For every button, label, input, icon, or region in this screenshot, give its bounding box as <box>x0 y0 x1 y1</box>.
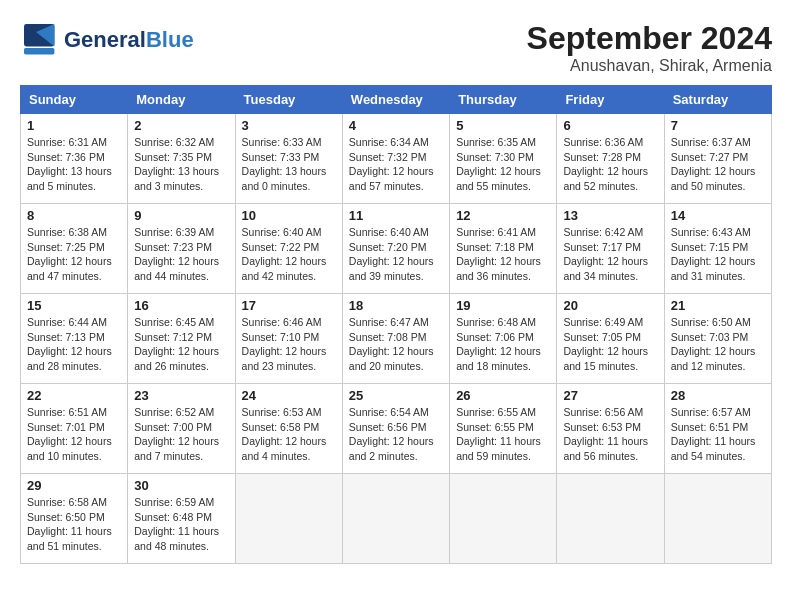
calendar-week-3: 15Sunrise: 6:44 AMSunset: 7:13 PMDayligh… <box>21 294 772 384</box>
day-info: Sunrise: 6:36 AMSunset: 7:28 PMDaylight:… <box>563 135 657 194</box>
day-number: 1 <box>27 118 121 133</box>
day-number: 16 <box>134 298 228 313</box>
logo-blue: Blue <box>146 27 194 52</box>
calendar-cell: 24Sunrise: 6:53 AMSunset: 6:58 PMDayligh… <box>235 384 342 474</box>
calendar-cell: 28Sunrise: 6:57 AMSunset: 6:51 PMDayligh… <box>664 384 771 474</box>
day-info: Sunrise: 6:37 AMSunset: 7:27 PMDaylight:… <box>671 135 765 194</box>
day-number: 23 <box>134 388 228 403</box>
weekday-header-row: Sunday Monday Tuesday Wednesday Thursday… <box>21 86 772 114</box>
calendar-cell: 19Sunrise: 6:48 AMSunset: 7:06 PMDayligh… <box>450 294 557 384</box>
calendar-cell: 9Sunrise: 6:39 AMSunset: 7:23 PMDaylight… <box>128 204 235 294</box>
calendar-cell: 25Sunrise: 6:54 AMSunset: 6:56 PMDayligh… <box>342 384 449 474</box>
day-number: 15 <box>27 298 121 313</box>
calendar-cell: 22Sunrise: 6:51 AMSunset: 7:01 PMDayligh… <box>21 384 128 474</box>
logo: GeneralBlue <box>20 20 194 60</box>
day-number: 4 <box>349 118 443 133</box>
header-wednesday: Wednesday <box>342 86 449 114</box>
svg-rect-2 <box>24 48 54 54</box>
calendar-cell: 7Sunrise: 6:37 AMSunset: 7:27 PMDaylight… <box>664 114 771 204</box>
calendar-cell <box>342 474 449 564</box>
day-number: 2 <box>134 118 228 133</box>
header-friday: Friday <box>557 86 664 114</box>
calendar-cell: 16Sunrise: 6:45 AMSunset: 7:12 PMDayligh… <box>128 294 235 384</box>
header-saturday: Saturday <box>664 86 771 114</box>
day-info: Sunrise: 6:40 AMSunset: 7:20 PMDaylight:… <box>349 225 443 284</box>
day-number: 27 <box>563 388 657 403</box>
calendar-cell: 10Sunrise: 6:40 AMSunset: 7:22 PMDayligh… <box>235 204 342 294</box>
logo-general: General <box>64 27 146 52</box>
calendar-cell: 14Sunrise: 6:43 AMSunset: 7:15 PMDayligh… <box>664 204 771 294</box>
day-number: 20 <box>563 298 657 313</box>
calendar-cell <box>235 474 342 564</box>
calendar-week-5: 29Sunrise: 6:58 AMSunset: 6:50 PMDayligh… <box>21 474 772 564</box>
day-number: 3 <box>242 118 336 133</box>
day-info: Sunrise: 6:42 AMSunset: 7:17 PMDaylight:… <box>563 225 657 284</box>
day-info: Sunrise: 6:49 AMSunset: 7:05 PMDaylight:… <box>563 315 657 374</box>
day-number: 28 <box>671 388 765 403</box>
calendar-cell: 5Sunrise: 6:35 AMSunset: 7:30 PMDaylight… <box>450 114 557 204</box>
calendar-cell: 30Sunrise: 6:59 AMSunset: 6:48 PMDayligh… <box>128 474 235 564</box>
calendar-week-1: 1Sunrise: 6:31 AMSunset: 7:36 PMDaylight… <box>21 114 772 204</box>
day-number: 30 <box>134 478 228 493</box>
calendar-cell: 4Sunrise: 6:34 AMSunset: 7:32 PMDaylight… <box>342 114 449 204</box>
calendar-cell <box>664 474 771 564</box>
day-info: Sunrise: 6:51 AMSunset: 7:01 PMDaylight:… <box>27 405 121 464</box>
calendar-cell: 20Sunrise: 6:49 AMSunset: 7:05 PMDayligh… <box>557 294 664 384</box>
header-monday: Monday <box>128 86 235 114</box>
day-info: Sunrise: 6:52 AMSunset: 7:00 PMDaylight:… <box>134 405 228 464</box>
day-number: 17 <box>242 298 336 313</box>
calendar-cell: 13Sunrise: 6:42 AMSunset: 7:17 PMDayligh… <box>557 204 664 294</box>
day-number: 25 <box>349 388 443 403</box>
day-info: Sunrise: 6:38 AMSunset: 7:25 PMDaylight:… <box>27 225 121 284</box>
calendar-cell: 12Sunrise: 6:41 AMSunset: 7:18 PMDayligh… <box>450 204 557 294</box>
calendar-cell: 18Sunrise: 6:47 AMSunset: 7:08 PMDayligh… <box>342 294 449 384</box>
calendar-cell: 29Sunrise: 6:58 AMSunset: 6:50 PMDayligh… <box>21 474 128 564</box>
day-info: Sunrise: 6:59 AMSunset: 6:48 PMDaylight:… <box>134 495 228 554</box>
day-number: 29 <box>27 478 121 493</box>
day-number: 9 <box>134 208 228 223</box>
day-info: Sunrise: 6:47 AMSunset: 7:08 PMDaylight:… <box>349 315 443 374</box>
calendar-cell: 1Sunrise: 6:31 AMSunset: 7:36 PMDaylight… <box>21 114 128 204</box>
calendar-cell: 26Sunrise: 6:55 AMSunset: 6:55 PMDayligh… <box>450 384 557 474</box>
day-info: Sunrise: 6:32 AMSunset: 7:35 PMDaylight:… <box>134 135 228 194</box>
day-number: 24 <box>242 388 336 403</box>
day-number: 10 <box>242 208 336 223</box>
page-header: GeneralBlue September 2024 Anushavan, Sh… <box>20 20 772 75</box>
calendar-cell: 11Sunrise: 6:40 AMSunset: 7:20 PMDayligh… <box>342 204 449 294</box>
header-tuesday: Tuesday <box>235 86 342 114</box>
calendar-cell <box>557 474 664 564</box>
day-info: Sunrise: 6:48 AMSunset: 7:06 PMDaylight:… <box>456 315 550 374</box>
day-info: Sunrise: 6:57 AMSunset: 6:51 PMDaylight:… <box>671 405 765 464</box>
day-number: 19 <box>456 298 550 313</box>
page-title: September 2024 <box>527 20 772 57</box>
calendar-cell: 6Sunrise: 6:36 AMSunset: 7:28 PMDaylight… <box>557 114 664 204</box>
day-number: 22 <box>27 388 121 403</box>
day-info: Sunrise: 6:39 AMSunset: 7:23 PMDaylight:… <box>134 225 228 284</box>
day-info: Sunrise: 6:54 AMSunset: 6:56 PMDaylight:… <box>349 405 443 464</box>
day-number: 21 <box>671 298 765 313</box>
day-number: 7 <box>671 118 765 133</box>
calendar-week-2: 8Sunrise: 6:38 AMSunset: 7:25 PMDaylight… <box>21 204 772 294</box>
calendar-cell: 15Sunrise: 6:44 AMSunset: 7:13 PMDayligh… <box>21 294 128 384</box>
day-number: 13 <box>563 208 657 223</box>
day-info: Sunrise: 6:53 AMSunset: 6:58 PMDaylight:… <box>242 405 336 464</box>
calendar-cell: 21Sunrise: 6:50 AMSunset: 7:03 PMDayligh… <box>664 294 771 384</box>
day-info: Sunrise: 6:45 AMSunset: 7:12 PMDaylight:… <box>134 315 228 374</box>
day-info: Sunrise: 6:50 AMSunset: 7:03 PMDaylight:… <box>671 315 765 374</box>
day-info: Sunrise: 6:56 AMSunset: 6:53 PMDaylight:… <box>563 405 657 464</box>
calendar-cell: 27Sunrise: 6:56 AMSunset: 6:53 PMDayligh… <box>557 384 664 474</box>
day-info: Sunrise: 6:46 AMSunset: 7:10 PMDaylight:… <box>242 315 336 374</box>
day-info: Sunrise: 6:40 AMSunset: 7:22 PMDaylight:… <box>242 225 336 284</box>
day-number: 8 <box>27 208 121 223</box>
day-info: Sunrise: 6:58 AMSunset: 6:50 PMDaylight:… <box>27 495 121 554</box>
calendar-cell: 17Sunrise: 6:46 AMSunset: 7:10 PMDayligh… <box>235 294 342 384</box>
calendar-cell: 3Sunrise: 6:33 AMSunset: 7:33 PMDaylight… <box>235 114 342 204</box>
day-number: 14 <box>671 208 765 223</box>
day-info: Sunrise: 6:35 AMSunset: 7:30 PMDaylight:… <box>456 135 550 194</box>
day-info: Sunrise: 6:55 AMSunset: 6:55 PMDaylight:… <box>456 405 550 464</box>
day-number: 6 <box>563 118 657 133</box>
header-thursday: Thursday <box>450 86 557 114</box>
day-info: Sunrise: 6:44 AMSunset: 7:13 PMDaylight:… <box>27 315 121 374</box>
day-info: Sunrise: 6:31 AMSunset: 7:36 PMDaylight:… <box>27 135 121 194</box>
page-subtitle: Anushavan, Shirak, Armenia <box>527 57 772 75</box>
